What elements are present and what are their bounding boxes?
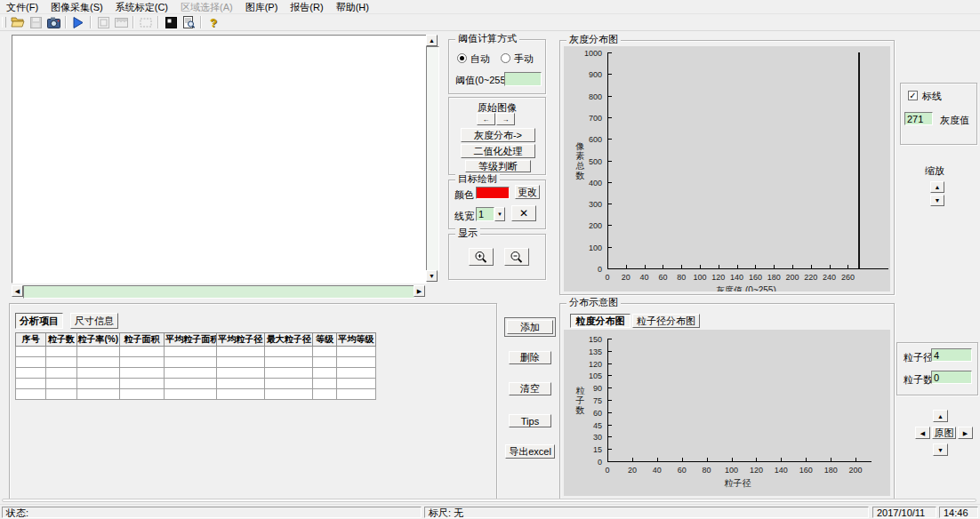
capture-image-icon[interactable] <box>45 15 61 29</box>
status-date: 2017/10/11 <box>872 507 936 518</box>
table-cell <box>119 347 164 357</box>
tips-button[interactable]: Tips <box>509 414 551 427</box>
x-axis-label: 粒子径 <box>685 477 791 490</box>
threshold-value-input[interactable] <box>504 72 542 86</box>
table-cell <box>165 379 216 389</box>
manual-radio[interactable] <box>501 53 510 63</box>
table-cell <box>16 389 46 400</box>
table-row[interactable] <box>16 389 376 400</box>
open-folder-icon[interactable] <box>10 15 26 29</box>
tab-size-info[interactable]: 尺寸信息 <box>70 313 118 329</box>
toolbar-separator <box>200 16 202 28</box>
table-cell <box>216 379 264 389</box>
color-swatch[interactable] <box>476 187 510 199</box>
marker-control-box: ✓ 标线 灰度值 <box>900 83 977 145</box>
export-excel-button[interactable]: 导出excel <box>505 444 555 459</box>
tab-granularity-chart[interactable]: 粒度分布图 <box>570 314 631 328</box>
y-axis-label: 像素总数 <box>574 141 586 180</box>
table-row[interactable] <box>16 368 376 379</box>
menu-image-capture[interactable]: 图像采集(S) <box>44 1 109 13</box>
table-row[interactable] <box>16 357 376 368</box>
x-tick <box>781 458 782 461</box>
pan-up-button[interactable]: ▲ <box>933 410 948 422</box>
menu-help[interactable]: 帮助(H) <box>330 1 375 13</box>
image-display-area[interactable] <box>12 35 427 283</box>
binary-image-icon[interactable] <box>163 15 179 29</box>
gray-distribution-button[interactable]: 灰度分布-> <box>461 128 535 142</box>
target-draw-group-title: 目标绘制 <box>455 173 500 185</box>
threshold-value-label: 阈值(0~255) <box>455 74 509 87</box>
analysis-table[interactable]: 序号粒子数粒子率(%)粒子面积平均粒子面积平均粒子径最大粒子径等级平均等级 <box>15 332 376 400</box>
grade-judge-button[interactable]: 等级判断 <box>465 160 531 172</box>
gray-value-label: 灰度值 <box>940 114 969 127</box>
next-image-button[interactable]: → <box>496 113 515 125</box>
scroll-up-button[interactable]: ▲ <box>426 35 438 46</box>
x-tick <box>737 265 738 268</box>
linewidth-dropdown-button[interactable]: ▼ <box>494 207 505 221</box>
table-cell <box>336 368 375 379</box>
table-cell <box>216 368 264 379</box>
prev-image-button[interactable]: ← <box>477 113 495 125</box>
print-preview-icon[interactable] <box>181 15 197 29</box>
column-header: 等级 <box>313 333 336 347</box>
add-button[interactable]: 添加 <box>507 320 553 334</box>
menu-system-calibration[interactable]: 系统标定(C) <box>109 1 174 13</box>
column-header: 粒子率(%) <box>76 333 119 347</box>
gray-value-input[interactable] <box>904 112 933 125</box>
delete-button[interactable]: 删除 <box>509 351 551 364</box>
origin-view-button[interactable]: 原图 <box>932 427 956 439</box>
zoom-spin-up-button[interactable]: ▲ <box>930 181 944 193</box>
vertical-scrollbar-track[interactable] <box>426 46 439 272</box>
y-tick-label: 30 <box>572 433 602 442</box>
toolbar: ? <box>0 14 980 31</box>
change-color-button[interactable]: 更改 <box>515 185 540 199</box>
distribution-chart-panel: 0153045607590105120135150020406080100120… <box>564 330 890 496</box>
y-tick <box>608 117 612 118</box>
auto-radio[interactable] <box>457 53 467 63</box>
pan-left-button[interactable]: ◀ <box>915 427 930 439</box>
pan-down-button[interactable]: ▼ <box>933 443 948 456</box>
menu-file[interactable]: 文件(F) <box>0 1 44 13</box>
menu-report[interactable]: 报告(R) <box>284 1 329 13</box>
tab-diameter-chart[interactable]: 粒子径分布图 <box>632 314 700 328</box>
particle-count-input[interactable] <box>931 371 972 384</box>
x-tick <box>645 265 646 268</box>
scroll-left-button[interactable]: ◀ <box>12 285 23 297</box>
scroll-right-button[interactable]: ▶ <box>414 285 425 297</box>
table-cell <box>313 347 336 357</box>
particle-info-box: 粒子径 粒子数 <box>896 342 978 395</box>
pan-right-button[interactable]: ▶ <box>958 427 973 439</box>
y-tick <box>608 204 612 204</box>
table-row[interactable] <box>16 347 376 357</box>
clear-button[interactable]: 清空 <box>509 382 551 395</box>
binarize-button[interactable]: 二值化处理 <box>461 144 535 158</box>
table-cell <box>76 389 119 400</box>
play-icon[interactable] <box>70 15 86 29</box>
x-tick <box>830 265 831 268</box>
linewidth-value[interactable]: 1 <box>476 207 494 221</box>
table-row[interactable] <box>16 379 376 389</box>
particle-diameter-input[interactable] <box>931 348 972 362</box>
column-header: 粒子数 <box>46 333 76 347</box>
delete-target-button[interactable]: ✕ <box>511 205 536 221</box>
y-tick <box>608 139 612 140</box>
horizontal-scrollbar-track[interactable] <box>23 285 415 299</box>
x-tick-label: 120 <box>745 466 767 475</box>
auto-radio-label[interactable]: 自动 <box>470 52 490 66</box>
table-cell <box>119 357 164 368</box>
x-tick <box>756 458 757 461</box>
help-icon[interactable]: ? <box>205 15 221 29</box>
marker-checkbox[interactable]: ✓ <box>908 91 918 100</box>
zoom-in-icon[interactable] <box>469 248 494 266</box>
table-cell <box>16 347 46 357</box>
manual-radio-label[interactable]: 手动 <box>514 52 534 66</box>
zoom-out-icon[interactable] <box>504 248 529 266</box>
scroll-down-button[interactable]: ▼ <box>426 270 438 282</box>
zoom-spin-down-button[interactable]: ▼ <box>930 195 944 206</box>
menu-gallery[interactable]: 图库(P) <box>239 1 285 13</box>
y-tick <box>608 425 612 426</box>
tab-analysis-items[interactable]: 分析项目 <box>15 313 63 329</box>
particle-diameter-label: 粒子径 <box>904 351 933 364</box>
toolbar-separator <box>157 16 159 28</box>
table-cell <box>46 389 76 400</box>
